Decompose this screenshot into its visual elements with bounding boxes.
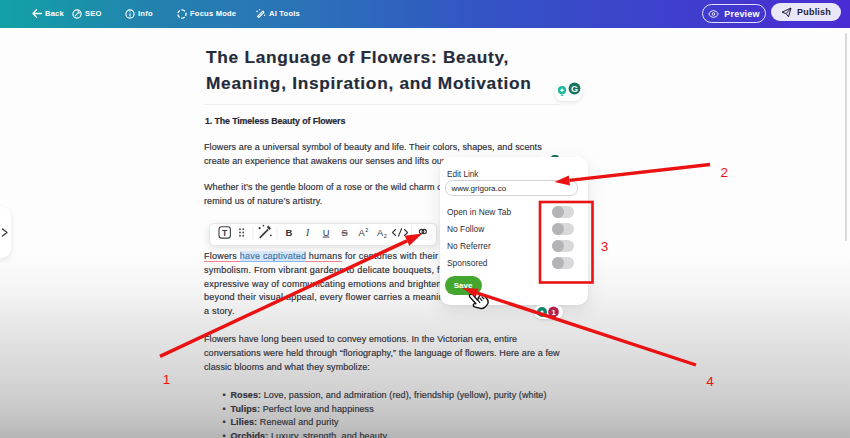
svg-text:1: 1 (163, 372, 171, 387)
svg-text:3: 3 (601, 239, 609, 254)
svg-text:4: 4 (706, 374, 714, 389)
svg-text:2: 2 (720, 165, 728, 180)
